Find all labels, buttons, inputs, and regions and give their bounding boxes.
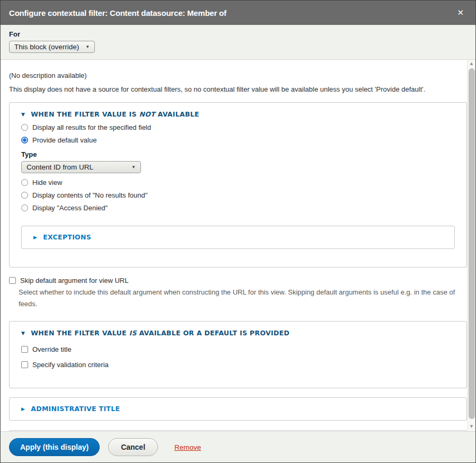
type-label: Type (21, 150, 455, 158)
type-select-value: Content ID from URL (27, 163, 93, 171)
contextual-filter-modal: Configure contextual filter: Content dat… (0, 0, 476, 463)
radio-icon[interactable] (21, 192, 28, 199)
fieldset-more: ▶ MORE (9, 430, 467, 431)
remove-link[interactable]: Remove (174, 443, 201, 451)
radio-display-access-denied[interactable]: Display "Access Denied" (21, 204, 455, 212)
radio-icon[interactable] (21, 179, 28, 186)
radio-label: Display contents of "No results found" (32, 191, 147, 199)
radio-icon[interactable] (21, 137, 28, 144)
fieldset-administrative-title: ▶ ADMINISTRATIVE TITLE (9, 397, 467, 421)
cancel-button[interactable]: Cancel (108, 438, 158, 456)
radio-icon[interactable] (21, 124, 28, 131)
checkbox-label: Skip default argument for view URL (20, 277, 128, 284)
modal-scroll-region: (No description available) This display … (1, 60, 475, 431)
checkbox-override-title[interactable]: Override title (21, 345, 455, 353)
for-select-value: This block (override) (14, 43, 79, 51)
radio-label: Display "Access Denied" (32, 204, 108, 212)
checkbox-label: Override title (32, 345, 72, 353)
scroll-up-icon[interactable]: ▲ (468, 60, 475, 67)
fieldset-filter-not-available: ▼ WHEN THE FILTER VALUE IS NOT AVAILABLE… (9, 102, 467, 268)
source-note-text: This display does not have a source for … (9, 85, 467, 93)
for-select[interactable]: This block (override) ▼ (9, 41, 95, 53)
checkbox-icon[interactable] (21, 361, 28, 368)
checkbox-specify-validation-criteria[interactable]: Specify validation criteria (21, 361, 455, 369)
legend-text: EXCEPTIONS (43, 233, 91, 241)
radio-display-all-results[interactable]: Display all results for the specified fi… (21, 123, 455, 131)
collapse-triangle-icon: ▼ (21, 331, 25, 336)
fieldset-not-available-legend[interactable]: ▼ WHEN THE FILTER VALUE IS NOT AVAILABLE (21, 110, 455, 118)
collapse-triangle-icon: ▼ (21, 112, 25, 117)
close-icon: ✕ (457, 8, 464, 17)
apply-button[interactable]: Apply (this display) (9, 438, 100, 456)
radio-icon[interactable] (21, 204, 28, 211)
radio-provide-default-value[interactable]: Provide default value (21, 136, 455, 144)
fieldset-available-legend[interactable]: ▼ WHEN THE FILTER VALUE IS AVAILABLE OR … (21, 329, 455, 337)
fieldset-available-body: Override title Specify validation criter… (21, 337, 455, 369)
modal-title: Configure contextual filter: Content dat… (9, 8, 454, 17)
radio-label: Provide default value (32, 136, 96, 144)
fieldset-exceptions-legend[interactable]: ▶ EXCEPTIONS (33, 233, 443, 241)
modal-content: (No description available) This display … (1, 60, 467, 431)
checkbox-skip-default-argument[interactable]: Skip default argument for view URL (9, 277, 467, 284)
type-select[interactable]: Content ID from URL ▼ (21, 161, 141, 173)
scroll-down-icon[interactable]: ▼ (468, 423, 475, 430)
checkbox-icon[interactable] (9, 277, 16, 284)
fieldset-administrative-title-legend[interactable]: ▶ ADMINISTRATIVE TITLE (21, 405, 455, 413)
modal-header: Configure contextual filter: Content dat… (1, 1, 475, 25)
legend-text: ADMINISTRATIVE TITLE (31, 405, 120, 413)
legend-text: WHEN THE FILTER VALUE IS NOT AVAILABLE (31, 110, 199, 118)
chevron-down-icon: ▼ (85, 44, 90, 49)
expand-triangle-icon: ▶ (21, 406, 25, 412)
radio-hide-view[interactable]: Hide view (21, 179, 455, 186)
close-button[interactable]: ✕ (454, 6, 467, 20)
scrollbar-thumb[interactable] (469, 68, 475, 419)
fieldset-not-available-body: Display all results for the specified fi… (21, 118, 455, 249)
radio-display-no-results[interactable]: Display contents of "No results found" (21, 191, 455, 199)
vertical-scrollbar[interactable]: ▲ ▼ (467, 60, 475, 431)
radio-label: Display all results for the specified fi… (32, 123, 151, 131)
chevron-down-icon: ▼ (131, 165, 136, 170)
fieldset-exceptions: ▶ EXCEPTIONS (21, 226, 455, 249)
modal-footer: Apply (this display) Cancel Remove (1, 431, 475, 462)
expand-triangle-icon: ▶ (33, 235, 37, 240)
fieldset-filter-available: ▼ WHEN THE FILTER VALUE IS AVAILABLE OR … (9, 321, 467, 388)
checkbox-label: Specify validation criteria (32, 361, 109, 369)
for-section: For This block (override) ▼ (1, 25, 475, 60)
radio-label: Hide view (32, 179, 62, 186)
skip-default-description: Select whether to include this default a… (19, 287, 466, 310)
for-label: For (9, 30, 467, 38)
checkbox-icon[interactable] (21, 346, 28, 353)
no-description-text: (No description available) (9, 72, 467, 79)
legend-text: WHEN THE FILTER VALUE IS AVAILABLE OR A … (31, 329, 289, 337)
